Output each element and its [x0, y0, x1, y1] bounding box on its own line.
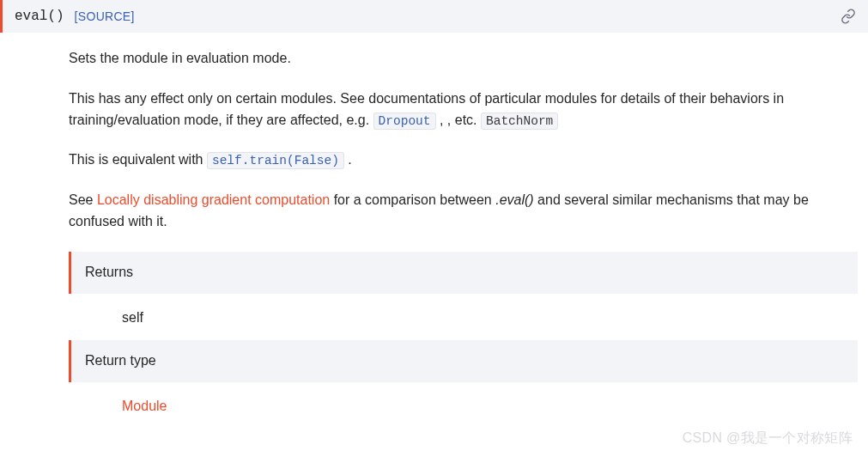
description-paragraph: This is equivalent with self.train(False… — [69, 149, 858, 171]
link-module-type[interactable]: Module — [122, 399, 167, 413]
code-ref-train-false[interactable]: self.train(False) — [207, 152, 344, 169]
returns-label: Returns — [69, 252, 858, 294]
code-ref-dropout[interactable]: Dropout — [373, 113, 436, 130]
description-paragraph: See Locally disabling gradient computati… — [69, 190, 858, 233]
method-signature: eval() [SOURCE] — [15, 9, 135, 24]
return-type-value: Module — [69, 384, 858, 429]
return-type-label: Return type — [69, 340, 858, 382]
returns-value: self — [69, 295, 858, 341]
code-ref-batchnorm: BatchNorm — [481, 113, 558, 130]
source-link[interactable]: [SOURCE] — [75, 9, 135, 23]
permalink-icon[interactable] — [841, 9, 856, 24]
method-description: Sets the module in evaluation mode. This… — [0, 33, 868, 436]
method-header: eval() [SOURCE] — [0, 0, 868, 33]
description-paragraph: Sets the module in evaluation mode. — [69, 48, 858, 70]
description-paragraph: This has any effect only on certain modu… — [69, 88, 858, 131]
link-locally-disabling-grad[interactable]: Locally disabling gradient computation — [97, 192, 330, 207]
method-name: eval() — [15, 9, 64, 24]
